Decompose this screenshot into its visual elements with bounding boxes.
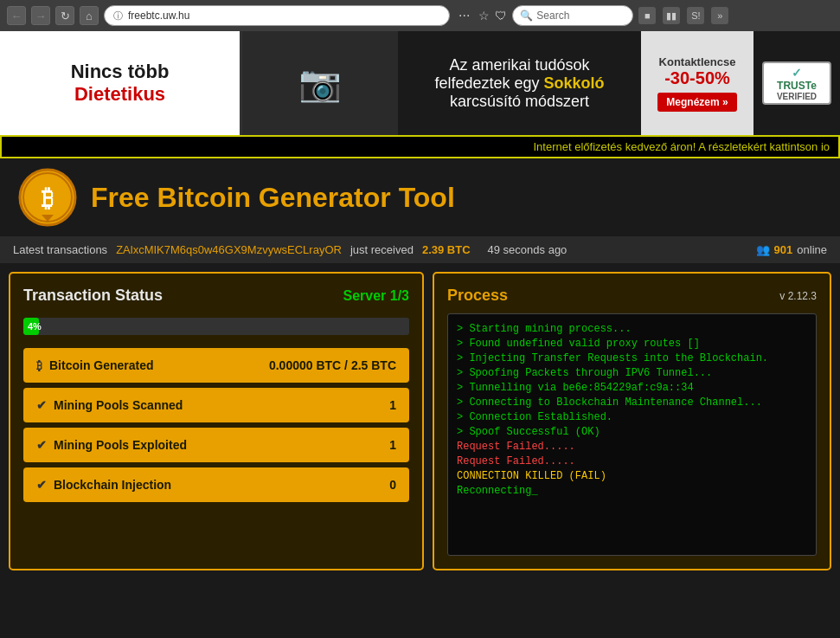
ticker-address: ZAlxcMIK7M6qs0w46GX9MzvywsECLrayOR [116, 243, 342, 256]
ad-center-highlight: Sokkoló [544, 74, 605, 92]
ad-left-text2: Dietetikus [74, 83, 165, 106]
console-line: > Connecting to Blockchain Maintenance C… [457, 396, 807, 409]
ticker-online-count: 901 [774, 243, 793, 256]
stat-row-pools-scanned: ✔ Mining Pools Scanned 1 [23, 388, 409, 422]
process-title: Process [447, 287, 508, 305]
extension-icon-3[interactable]: S! [687, 7, 704, 24]
stat-row-bitcoin: ₿ Bitcoin Generated 0.00000 BTC / 2.5 BT… [23, 348, 409, 383]
search-placeholder: Search [536, 10, 569, 22]
ad-right[interactable]: Kontaktlencse -30-50% Megnézem » [641, 31, 753, 135]
bitcoin-logo-icon: ₿ [17, 167, 78, 228]
ad-right-label: Kontaktlencse [659, 55, 736, 68]
transaction-ticker: Latest transactions ZAlxcMIK7M6qs0w46GX9… [0, 236, 840, 263]
shield-icon: 🛡 [495, 9, 507, 23]
ad-center-line2: felfedeztek egy Sokkoló [434, 74, 604, 93]
panel-header: Transaction Status Server 1/3 [23, 287, 409, 305]
check-icon-3: ✔ [36, 478, 47, 492]
console-line: > Spoof Successful (OK) [457, 426, 807, 438]
version-label: v 2.12.3 [779, 290, 817, 302]
ad-left[interactable]: Nincs több Dietetikus [0, 31, 242, 135]
site-title: Free Bitcoin Generator Tool [91, 182, 455, 214]
search-icon: 🔍 [520, 10, 533, 22]
bitcoin-generated-value: 0.00000 BTC / 2.5 BTC [269, 358, 396, 372]
progress-bar-container: 4% [23, 318, 409, 335]
reload-button[interactable]: ↻ [55, 6, 74, 25]
logo-area: ₿ Free Bitcoin Generator Tool [17, 167, 455, 228]
ad-banner: Nincs több Dietetikus 📷 Az amerikai tudó… [0, 31, 840, 135]
ad-right-btn[interactable]: Megnézem » [657, 93, 736, 112]
stat-row-blockchain: ✔ Blockchain Injection 0 [23, 467, 409, 502]
truste-text-line1: TRUSTe [777, 80, 817, 92]
process-console: > Starting mining process...> Found unde… [447, 313, 817, 556]
users-icon: 👥 [756, 243, 770, 256]
bookmark-icon[interactable]: ☆ [478, 9, 490, 23]
address-bar[interactable]: ⓘ freebtc.uw.hu [104, 5, 450, 26]
blockchain-value: 0 [389, 478, 396, 492]
check-icon-2: ✔ [36, 438, 47, 452]
browser-extension-icons: ■ ▮▮ S! » [638, 7, 728, 24]
ad-right-discount: -30-50% [664, 68, 730, 88]
bitcoin-small-icon: ₿ [36, 359, 42, 372]
webpage: Nincs több Dietetikus 📷 Az amerikai tudó… [0, 31, 840, 638]
truste-text-line2: VERIFIED [777, 92, 817, 101]
back-button[interactable]: ← [7, 6, 26, 25]
notif-bar[interactable]: Internet előfizetés kedvező áron! A rész… [0, 135, 840, 158]
console-line: > Starting mining process... [457, 323, 807, 335]
truste-area: ✓ TRUSTe VERIFIED [753, 31, 840, 135]
ad-left-text1: Nincs több [71, 61, 170, 83]
truste-badge: ✓ TRUSTe VERIFIED [762, 61, 831, 105]
console-line: > Tunnelling via be6e:854229af:c9a::34 [457, 382, 807, 394]
ad-center-image: 📷 [242, 31, 398, 135]
main-content: Transaction Status Server 1/3 4% ₿ Bitco… [0, 263, 840, 579]
console-line: > Spoofing Packets through IPV6 Tunnel..… [457, 367, 807, 379]
home-button[interactable]: ⌂ [80, 6, 99, 25]
ad-center-line1: Az amerikai tudósok [449, 56, 589, 74]
console-line: > Connection Established. [457, 411, 807, 423]
pools-scanned-value: 1 [389, 398, 396, 412]
right-panel: Process v 2.12.3 > Starting mining proce… [433, 272, 831, 570]
process-header: Process v 2.12.3 [447, 287, 817, 305]
ticker-label: Latest transactions [13, 243, 107, 256]
ticker-just-received: just received [350, 243, 414, 256]
console-line: CONNECTION KILLED (FAIL) [457, 470, 807, 482]
ticker-amount: 2.39 BTC [422, 243, 471, 256]
pools-scanned-label: ✔ Mining Pools Scanned [36, 398, 183, 412]
ticker-online-label: online [797, 243, 827, 256]
ticker-time: 49 seconds ago [488, 243, 567, 256]
server-label: Server 1/3 [343, 288, 409, 304]
info-icon: ⓘ [113, 10, 123, 23]
console-line: > Injecting Transfer Requests into the B… [457, 352, 807, 364]
browser-chrome: ← → ↻ ⌂ ⓘ freebtc.uw.hu ··· ☆ 🛡 🔍 Search… [0, 0, 840, 31]
search-bar[interactable]: 🔍 Search [512, 5, 633, 26]
console-line: Request Failed..... [457, 455, 807, 467]
ticker-online: 👥 901 online [756, 243, 827, 256]
url-text: freebtc.uw.hu [128, 10, 189, 22]
progress-text: 4% [28, 321, 42, 332]
extension-icon-1[interactable]: ■ [638, 7, 656, 24]
site-header: ₿ Free Bitcoin Generator Tool [0, 158, 840, 236]
truste-check-icon: ✓ [792, 66, 802, 80]
pools-exploited-value: 1 [389, 438, 396, 452]
menu-dots-button[interactable]: ··· [455, 8, 473, 23]
check-icon-1: ✔ [36, 398, 47, 412]
console-line: Reconnecting_ [457, 485, 807, 497]
left-panel: Transaction Status Server 1/3 4% ₿ Bitco… [9, 272, 424, 570]
extension-icon-4[interactable]: » [711, 7, 728, 24]
bitcoin-generated-label: ₿ Bitcoin Generated [36, 358, 154, 372]
console-line: Request Failed..... [457, 441, 807, 453]
svg-text:₿: ₿ [42, 185, 54, 212]
ad-center[interactable]: Az amerikai tudósok felfedeztek egy Sokk… [398, 31, 641, 135]
panel-title: Transaction Status [23, 287, 163, 305]
ad-center-line3: karcsúsító módszert [450, 93, 589, 111]
extension-icon-2[interactable]: ▮▮ [663, 7, 680, 24]
blockchain-label: ✔ Blockchain Injection [36, 478, 171, 492]
notif-text: Internet előfizetés kedvező áron! A rész… [533, 140, 830, 153]
stat-row-pools-exploited: ✔ Mining Pools Exploited 1 [23, 428, 409, 462]
forward-button[interactable]: → [31, 6, 50, 25]
console-line: > Found undefined valid proxy routes [] [457, 338, 807, 350]
pools-exploited-label: ✔ Mining Pools Exploited [36, 438, 187, 452]
